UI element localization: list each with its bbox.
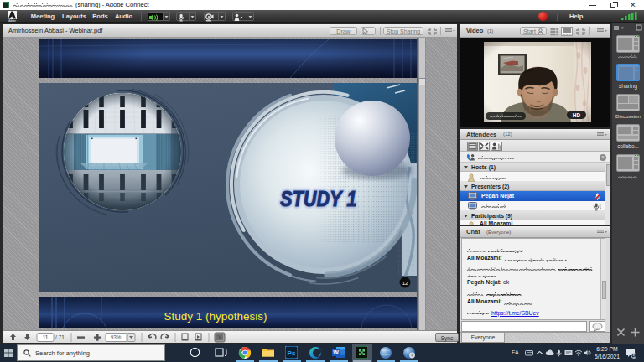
svg-text:12: 12 [402, 281, 408, 286]
svg-text:W: W [333, 349, 339, 355]
svg-text:/ 71: / 71 [55, 334, 65, 340]
svg-text:93%: 93% [111, 334, 122, 340]
svg-text:HD: HD [573, 112, 581, 118]
svg-text:Ps: Ps [288, 349, 296, 357]
svg-text:Study 1 (hypothesis): Study 1 (hypothesis) [164, 310, 267, 323]
svg-text:11: 11 [43, 334, 49, 340]
svg-text:STUDY 1: STUDY 1 [280, 185, 356, 210]
svg-text:5: 5 [633, 354, 636, 359]
